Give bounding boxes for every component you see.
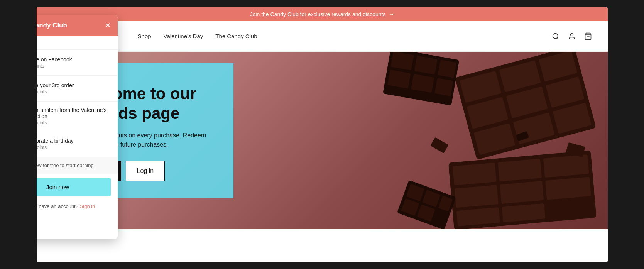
panel-item-order[interactable]: Place your 3rd order 100 Points <box>37 76 118 102</box>
panel-item-title-birthday: Celebrate a birthday <box>37 138 111 144</box>
panel-item-title-valentine: Order an item from the Valentine's colle… <box>37 107 111 119</box>
panel-item-points-order: 100 Points <box>37 89 111 95</box>
svg-rect-29 <box>452 162 496 185</box>
panel-item-info-valentine: Order an item from the Valentine's colle… <box>37 107 111 125</box>
panel-title: The Candy Club <box>37 22 67 29</box>
svg-rect-34 <box>545 177 591 200</box>
cart-icon[interactable] <box>584 32 592 41</box>
nav-valentine[interactable]: Valentine's Day <box>164 33 203 39</box>
panel-header: ← The Candy Club ✕ <box>37 15 118 36</box>
panel-signin-prefix: Already have an account? <box>37 203 78 209</box>
panel-signin-text: Already have an account? Sign in <box>37 200 118 213</box>
svg-rect-33 <box>500 181 544 203</box>
hero-section: Welcome to our rewards page Earn reward … <box>37 52 608 229</box>
banner-arrow: → <box>389 11 394 17</box>
chocolate-decoration <box>237 52 608 229</box>
panel-close-button[interactable]: ✕ <box>105 22 111 29</box>
svg-point-9 <box>570 33 573 36</box>
panel-join-button[interactable]: Join now <box>37 178 111 196</box>
nav-shop[interactable]: Shop <box>138 33 151 39</box>
svg-rect-32 <box>454 185 498 208</box>
panel-item-info-birthday: Celebrate a birthday 200 Points <box>37 138 111 150</box>
svg-rect-30 <box>498 158 542 181</box>
svg-rect-27 <box>434 78 453 96</box>
nav-candy-club[interactable]: The Candy Club <box>215 33 257 39</box>
panel-body: 50 Points Share on Facebook 50 Points <box>37 36 118 213</box>
panel-item-birthday[interactable]: Celebrate a birthday 200 Points <box>37 131 118 157</box>
panel-item-facebook[interactable]: Share on Facebook 50 Points <box>37 50 118 76</box>
panel-item-points-valentine: 250 Points <box>37 120 111 125</box>
panel-item-valentine[interactable]: Order an item from the Valentine's colle… <box>37 102 118 131</box>
banner-text: Join the Candy Club for exclusive reward… <box>250 11 386 17</box>
panel-item-points-facebook: 50 Points <box>37 63 111 69</box>
panel-points-header: 50 Points <box>37 36 118 50</box>
panel-item-info-facebook: Share on Facebook 50 Points <box>37 56 111 69</box>
panel-signin-link[interactable]: Sign in <box>80 203 95 209</box>
svg-rect-31 <box>543 154 589 178</box>
panel-item-title-order: Place your 3rd order <box>37 82 111 88</box>
panel-item-info-order: Place your 3rd order 100 Points <box>37 82 111 95</box>
svg-rect-24 <box>438 60 456 78</box>
hero-login-button[interactable]: Log in <box>126 161 165 181</box>
panel-item-points-birthday: 200 Points <box>37 145 111 150</box>
panel-item-title-facebook: Share on Facebook <box>37 56 111 63</box>
website-container: ← The Candy Club ✕ 50 Points Share on Fa… <box>37 7 608 262</box>
nav-links: Shop Valentine's Day The Candy Club <box>138 33 551 39</box>
panel-join-text: Join now for free to start earning <box>37 157 118 174</box>
header-icons <box>551 32 592 41</box>
svg-point-8 <box>553 33 558 38</box>
panel-header-left: ← The Candy Club <box>37 21 67 30</box>
header: LEIGH'S Shop Valentine's Day The Candy C… <box>37 21 608 52</box>
loyalty-panel: ← The Candy Club ✕ 50 Points Share on Fa… <box>37 15 118 239</box>
top-banner[interactable]: Join the Candy Club for exclusive reward… <box>37 7 608 21</box>
search-icon[interactable] <box>551 32 560 41</box>
account-icon[interactable] <box>568 32 576 41</box>
svg-rect-43 <box>430 137 448 153</box>
